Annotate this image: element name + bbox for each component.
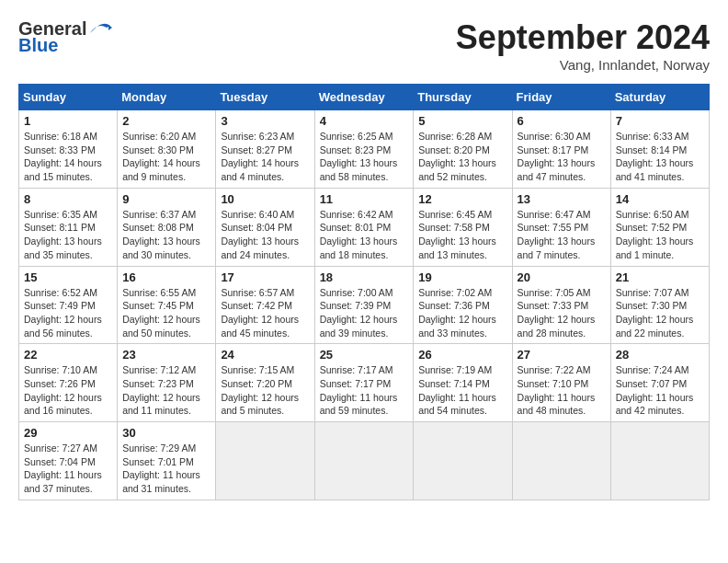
day-info: Sunrise: 6:33 AM Sunset: 8:14 PM Dayligh… bbox=[616, 130, 704, 184]
day-info: Sunrise: 7:17 AM Sunset: 7:17 PM Dayligh… bbox=[320, 363, 409, 418]
day-number: 4 bbox=[320, 114, 409, 128]
day-number: 15 bbox=[24, 270, 112, 284]
calendar-cell: 23 Sunrise: 7:12 AM Sunset: 7:23 PM Dayl… bbox=[118, 344, 216, 422]
week-row: 15 Sunrise: 6:52 AM Sunset: 7:49 PM Dayl… bbox=[19, 266, 710, 344]
day-number: 26 bbox=[418, 348, 506, 362]
day-number: 2 bbox=[122, 114, 210, 128]
calendar-cell: 9 Sunrise: 6:37 AM Sunset: 8:08 PM Dayli… bbox=[118, 188, 216, 266]
calendar-cell bbox=[314, 422, 414, 500]
page-header: General Blue September 2024 Vang, Innlan… bbox=[18, 18, 710, 73]
day-info: Sunrise: 7:10 AM Sunset: 7:26 PM Dayligh… bbox=[24, 363, 112, 418]
day-number: 13 bbox=[518, 192, 606, 206]
day-info: Sunrise: 6:47 AM Sunset: 7:55 PM Dayligh… bbox=[518, 208, 606, 262]
day-info: Sunrise: 7:27 AM Sunset: 7:04 PM Dayligh… bbox=[24, 442, 112, 496]
calendar-cell: 25 Sunrise: 7:17 AM Sunset: 7:17 PM Dayl… bbox=[314, 344, 414, 422]
day-number: 9 bbox=[122, 192, 210, 206]
day-info: Sunrise: 6:18 AM Sunset: 8:33 PM Dayligh… bbox=[24, 130, 112, 184]
location: Vang, Innlandet, Norway bbox=[456, 57, 710, 73]
calendar-cell: 3 Sunrise: 6:23 AM Sunset: 8:27 PM Dayli… bbox=[216, 110, 314, 189]
calendar-cell: 6 Sunrise: 6:30 AM Sunset: 8:17 PM Dayli… bbox=[512, 110, 610, 189]
calendar-cell: 29 Sunrise: 7:27 AM Sunset: 7:04 PM Dayl… bbox=[19, 422, 118, 500]
calendar-cell: 20 Sunrise: 7:05 AM Sunset: 7:33 PM Dayl… bbox=[512, 266, 610, 344]
day-info: Sunrise: 6:57 AM Sunset: 7:42 PM Dayligh… bbox=[221, 286, 309, 340]
day-info: Sunrise: 7:00 AM Sunset: 7:39 PM Dayligh… bbox=[320, 286, 409, 340]
calendar-cell: 11 Sunrise: 6:42 AM Sunset: 8:01 PM Dayl… bbox=[314, 188, 414, 266]
day-number: 19 bbox=[418, 270, 506, 284]
calendar-cell bbox=[216, 422, 314, 500]
day-info: Sunrise: 6:52 AM Sunset: 7:49 PM Dayligh… bbox=[24, 286, 112, 340]
day-info: Sunrise: 6:37 AM Sunset: 8:08 PM Dayligh… bbox=[122, 208, 210, 262]
day-info: Sunrise: 7:07 AM Sunset: 7:30 PM Dayligh… bbox=[616, 286, 704, 340]
day-number: 1 bbox=[24, 114, 112, 128]
day-number: 11 bbox=[320, 192, 409, 206]
week-row: 29 Sunrise: 7:27 AM Sunset: 7:04 PM Dayl… bbox=[19, 422, 710, 500]
logo: General Blue bbox=[18, 18, 112, 56]
col-header-monday: Monday bbox=[118, 85, 216, 110]
col-header-tuesday: Tuesday bbox=[216, 85, 314, 110]
calendar-cell: 12 Sunrise: 6:45 AM Sunset: 7:58 PM Dayl… bbox=[414, 188, 512, 266]
day-number: 7 bbox=[616, 114, 704, 128]
day-number: 3 bbox=[221, 114, 309, 128]
day-info: Sunrise: 6:20 AM Sunset: 8:30 PM Dayligh… bbox=[122, 130, 210, 184]
calendar-cell bbox=[610, 422, 709, 500]
calendar-cell: 4 Sunrise: 6:25 AM Sunset: 8:23 PM Dayli… bbox=[314, 110, 414, 189]
day-info: Sunrise: 7:05 AM Sunset: 7:33 PM Dayligh… bbox=[518, 286, 606, 340]
month-title: September 2024 bbox=[456, 18, 710, 57]
col-header-wednesday: Wednesday bbox=[314, 85, 414, 110]
day-info: Sunrise: 7:19 AM Sunset: 7:14 PM Dayligh… bbox=[418, 363, 506, 418]
day-number: 14 bbox=[616, 192, 704, 206]
day-info: Sunrise: 6:23 AM Sunset: 8:27 PM Dayligh… bbox=[221, 130, 309, 184]
day-number: 29 bbox=[24, 426, 112, 440]
calendar-cell: 13 Sunrise: 6:47 AM Sunset: 7:55 PM Dayl… bbox=[512, 188, 610, 266]
day-number: 27 bbox=[518, 348, 606, 362]
day-number: 28 bbox=[616, 348, 704, 362]
day-info: Sunrise: 7:22 AM Sunset: 7:10 PM Dayligh… bbox=[518, 363, 606, 418]
day-number: 10 bbox=[221, 192, 309, 206]
calendar-cell: 27 Sunrise: 7:22 AM Sunset: 7:10 PM Dayl… bbox=[512, 344, 610, 422]
day-number: 5 bbox=[418, 114, 506, 128]
calendar-cell: 26 Sunrise: 7:19 AM Sunset: 7:14 PM Dayl… bbox=[414, 344, 512, 422]
day-info: Sunrise: 7:02 AM Sunset: 7:36 PM Dayligh… bbox=[418, 286, 506, 340]
day-number: 18 bbox=[320, 270, 409, 284]
day-number: 21 bbox=[616, 270, 704, 284]
day-number: 16 bbox=[122, 270, 210, 284]
day-info: Sunrise: 7:15 AM Sunset: 7:20 PM Dayligh… bbox=[221, 363, 309, 418]
calendar-table: SundayMondayTuesdayWednesdayThursdayFrid… bbox=[18, 84, 710, 500]
day-info: Sunrise: 6:55 AM Sunset: 7:45 PM Dayligh… bbox=[122, 286, 210, 340]
header-row: SundayMondayTuesdayWednesdayThursdayFrid… bbox=[19, 85, 710, 110]
calendar-cell: 7 Sunrise: 6:33 AM Sunset: 8:14 PM Dayli… bbox=[610, 110, 709, 189]
day-number: 6 bbox=[518, 114, 606, 128]
calendar-cell: 22 Sunrise: 7:10 AM Sunset: 7:26 PM Dayl… bbox=[19, 344, 118, 422]
calendar-cell: 18 Sunrise: 7:00 AM Sunset: 7:39 PM Dayl… bbox=[314, 266, 414, 344]
calendar-cell: 14 Sunrise: 6:50 AM Sunset: 7:52 PM Dayl… bbox=[610, 188, 709, 266]
calendar-cell: 15 Sunrise: 6:52 AM Sunset: 7:49 PM Dayl… bbox=[19, 266, 118, 344]
calendar-cell: 10 Sunrise: 6:40 AM Sunset: 8:04 PM Dayl… bbox=[216, 188, 314, 266]
calendar-cell: 24 Sunrise: 7:15 AM Sunset: 7:20 PM Dayl… bbox=[216, 344, 314, 422]
col-header-thursday: Thursday bbox=[414, 85, 512, 110]
day-info: Sunrise: 6:50 AM Sunset: 7:52 PM Dayligh… bbox=[616, 208, 704, 262]
day-number: 20 bbox=[518, 270, 606, 284]
day-info: Sunrise: 6:28 AM Sunset: 8:20 PM Dayligh… bbox=[418, 130, 506, 184]
calendar-cell: 30 Sunrise: 7:29 AM Sunset: 7:01 PM Dayl… bbox=[118, 422, 216, 500]
day-info: Sunrise: 7:12 AM Sunset: 7:23 PM Dayligh… bbox=[122, 363, 210, 418]
logo-bird-icon bbox=[86, 18, 112, 39]
day-info: Sunrise: 7:29 AM Sunset: 7:01 PM Dayligh… bbox=[122, 442, 210, 496]
day-info: Sunrise: 6:30 AM Sunset: 8:17 PM Dayligh… bbox=[518, 130, 606, 184]
day-info: Sunrise: 7:24 AM Sunset: 7:07 PM Dayligh… bbox=[616, 363, 704, 418]
day-number: 30 bbox=[122, 426, 210, 440]
calendar-cell: 2 Sunrise: 6:20 AM Sunset: 8:30 PM Dayli… bbox=[118, 110, 216, 189]
calendar-cell bbox=[512, 422, 610, 500]
calendar-cell: 1 Sunrise: 6:18 AM Sunset: 8:33 PM Dayli… bbox=[19, 110, 118, 189]
calendar-cell: 5 Sunrise: 6:28 AM Sunset: 8:20 PM Dayli… bbox=[414, 110, 512, 189]
col-header-sunday: Sunday bbox=[19, 85, 118, 110]
day-number: 22 bbox=[24, 348, 112, 362]
calendar-cell: 28 Sunrise: 7:24 AM Sunset: 7:07 PM Dayl… bbox=[610, 344, 709, 422]
day-info: Sunrise: 6:45 AM Sunset: 7:58 PM Dayligh… bbox=[418, 208, 506, 262]
day-number: 24 bbox=[221, 348, 309, 362]
day-number: 17 bbox=[221, 270, 309, 284]
day-info: Sunrise: 6:35 AM Sunset: 8:11 PM Dayligh… bbox=[24, 208, 112, 262]
calendar-cell: 8 Sunrise: 6:35 AM Sunset: 8:11 PM Dayli… bbox=[19, 188, 118, 266]
col-header-friday: Friday bbox=[512, 85, 610, 110]
calendar-cell: 19 Sunrise: 7:02 AM Sunset: 7:36 PM Dayl… bbox=[414, 266, 512, 344]
calendar-cell bbox=[414, 422, 512, 500]
